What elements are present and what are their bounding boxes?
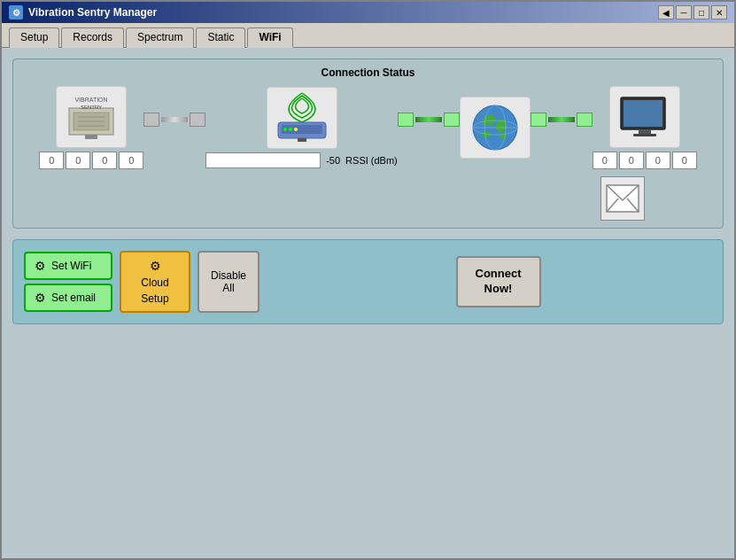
monitor-device-col: 0 0 0 0 [593, 86, 697, 169]
svg-point-11 [289, 128, 292, 131]
set-wifi-label: Set WiFi [51, 260, 91, 272]
svg-text:VIBRATION: VIBRATION [75, 97, 108, 103]
sensor-ip-3[interactable]: 0 [119, 152, 143, 169]
conn-box-4 [444, 113, 460, 127]
set-email-label: Set email [51, 292, 96, 304]
remote-ip-1[interactable]: 0 [619, 152, 644, 169]
connection-status-panel: Connection Status VIBRATION SENTRY [12, 58, 724, 229]
close-button[interactable]: ✕ [711, 5, 727, 19]
sensor-ip-1[interactable]: 0 [66, 152, 90, 169]
svg-text:SENTRY: SENTRY [81, 105, 102, 110]
rssi-label: RSSI (dBm) [345, 155, 398, 166]
sensor-device-col: VIBRATION SENTRY 0 0 0 [39, 86, 143, 169]
svg-point-12 [294, 128, 298, 131]
tab-static[interactable]: Static [196, 27, 245, 48]
tab-records[interactable]: Records [61, 27, 124, 48]
title-bar-controls: ◀ ─ □ ✕ [658, 5, 727, 19]
title-bar-left: ⚙ Vibration Sentry Manager [9, 5, 157, 19]
minimize-button[interactable]: ─ [676, 5, 692, 19]
tab-wifi[interactable]: WiFi [247, 27, 292, 48]
connector-3 [531, 113, 593, 127]
globe-device-col [460, 97, 531, 159]
sensor-ip-2[interactable]: 0 [92, 152, 117, 169]
svg-point-17 [482, 131, 491, 138]
app-icon: ⚙ [9, 5, 23, 19]
remote-ip-3[interactable]: 0 [672, 152, 697, 169]
rssi-container: -50 RSSI (dBm) [205, 152, 398, 168]
svg-rect-9 [282, 125, 322, 134]
svg-rect-23 [624, 100, 662, 127]
remote-ip-2[interactable]: 0 [646, 152, 670, 169]
monitor-icon [609, 86, 680, 148]
set-email-button[interactable]: ⚙ Set email [24, 284, 112, 312]
connect-now-button[interactable]: Connect Now! [456, 256, 541, 307]
connector-1 [143, 113, 205, 127]
conn-box-5 [531, 113, 546, 127]
title-bar: ⚙ Vibration Sentry Manager ◀ ─ □ ✕ [2, 2, 734, 23]
panel-title: Connection Status [20, 66, 716, 79]
sensor-ip-0[interactable]: 0 [39, 152, 64, 169]
gear-icon-wifi: ⚙ [35, 259, 46, 273]
email-icon [600, 176, 645, 221]
disable-all-label-2: All [211, 282, 246, 294]
conn-box-1 [143, 113, 159, 127]
btn-group-left: ⚙ Set WiFi ⚙ Set email [24, 252, 112, 312]
tab-spectrum[interactable]: Spectrum [126, 27, 194, 48]
tab-setup[interactable]: Setup [9, 27, 59, 48]
set-wifi-button[interactable]: ⚙ Set WiFi [24, 252, 112, 280]
tab-bar: Setup Records Spectrum Static WiFi [2, 23, 734, 48]
svg-rect-13 [298, 138, 306, 142]
conn-box-2 [190, 113, 205, 127]
main-content: Connection Status VIBRATION SENTRY [2, 48, 734, 558]
gear-icon-cloud: ⚙ [150, 259, 161, 273]
svg-rect-24 [639, 129, 651, 134]
sensor-icon: VIBRATION SENTRY [56, 86, 127, 148]
cloud-setup-label-1: Cloud [141, 276, 168, 289]
rssi-bar [205, 152, 321, 168]
cloud-setup-button[interactable]: ⚙ Cloud Setup [120, 251, 190, 313]
back-button[interactable]: ◀ [658, 5, 674, 19]
connector-2 [398, 113, 460, 127]
cloud-setup-label-2: Setup [141, 292, 168, 305]
maximize-button[interactable]: □ [693, 5, 709, 19]
gear-icon-email: ⚙ [35, 291, 46, 305]
globe-icon [460, 97, 531, 159]
conn-box-3 [398, 113, 414, 127]
disable-all-label-1: Disable [211, 269, 246, 282]
remote-ip-0[interactable]: 0 [593, 152, 617, 169]
router-icon [267, 87, 337, 149]
rssi-value: -50 [326, 155, 340, 166]
connect-now-label-1: Connect [476, 267, 522, 282]
main-window: ⚙ Vibration Sentry Manager ◀ ─ □ ✕ Setup… [0, 0, 736, 560]
conn-box-6 [577, 113, 593, 127]
svg-rect-4 [85, 135, 97, 139]
svg-rect-25 [633, 134, 656, 136]
router-device-col: -50 RSSI (dBm) [205, 87, 398, 168]
connect-now-label-2: Now! [476, 282, 522, 297]
window-title: Vibration Sentry Manager [28, 6, 157, 19]
controls-panel: ⚙ Set WiFi ⚙ Set email ⚙ Cloud Setup Dis… [12, 239, 724, 324]
svg-point-10 [283, 128, 287, 131]
disable-all-button[interactable]: Disable All [198, 251, 260, 313]
